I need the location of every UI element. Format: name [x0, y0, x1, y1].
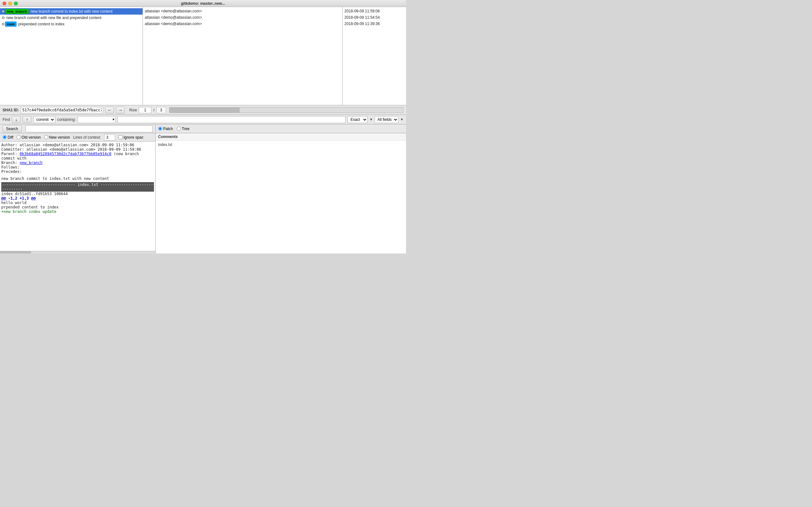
commit-row[interactable]: main prepended content to index — [0, 21, 143, 27]
patch-tree-bar: Patch Tree — [156, 124, 406, 133]
window-controls[interactable] — [3, 2, 18, 5]
all-fields-dropdown-wrap: ▼ — [400, 118, 403, 121]
tree-radio[interactable] — [177, 127, 181, 131]
new-version-radio-label[interactable]: New version — [44, 135, 70, 139]
row-label: Row — [129, 108, 137, 112]
commit-row[interactable]: new_branch new branch commit to index.tx… — [0, 8, 143, 15]
close-button[interactable] — [3, 2, 6, 5]
commit-message: prepended content to index — [18, 22, 141, 26]
top-panel: new_branch new branch commit to index.tx… — [0, 7, 406, 105]
containing-label: containing: — [57, 117, 75, 122]
ignore-space-checkbox[interactable] — [118, 135, 122, 139]
diff-index-line: index dc51ad1..fd91b53 100644 — [1, 191, 154, 196]
graph-line: main — [2, 21, 16, 26]
old-version-label: Old version — [21, 135, 41, 139]
graph-line: new_branch — [2, 9, 29, 14]
search-button[interactable]: Search — [3, 125, 21, 132]
sha-input[interactable] — [21, 107, 103, 113]
find-label: Find — [3, 117, 10, 122]
branch-label-main: main — [5, 21, 16, 26]
diff-author-line: Author: atlassian <demo@atlassian.com> 2… — [1, 143, 154, 147]
title-bar: gitkdemo: master..new... — [0, 0, 406, 7]
author-pane: atlassian <demo@atlassian.com> atlassian… — [143, 7, 342, 105]
comments-content: index.txt — [156, 140, 406, 253]
window-title: gitkdemo: master..new... — [181, 1, 225, 6]
file-item: index.txt — [158, 142, 403, 148]
commit-row[interactable]: new branch commit with new file and prep… — [0, 15, 143, 21]
find-search-input[interactable] — [117, 116, 346, 123]
diff-committer-line: Committer: atlassian <demo@atlassian.com… — [1, 147, 154, 152]
main-content: new_branch new branch commit to index.tx… — [0, 7, 406, 253]
comments-header: Comments — [156, 133, 406, 140]
branch-name-link[interactable]: new_branch — [20, 161, 43, 165]
commit-dot — [2, 10, 4, 13]
diff-scrollbar[interactable] — [0, 251, 155, 253]
find-type-select[interactable]: commit patch — [33, 116, 55, 123]
date-row: 2018-09-09 11:39:36 — [344, 21, 404, 27]
date-pane: 2018-09-09 11:59:06 2018-09-09 11:54:54 … — [342, 7, 406, 105]
row-total-input[interactable] — [157, 107, 166, 113]
minimize-button[interactable] — [8, 2, 12, 5]
diff-ctx-line-1: hello world — [1, 201, 154, 205]
date-row: 2018-09-09 11:59:06 — [344, 8, 404, 15]
all-fields-arrow-icon: ▼ — [400, 118, 403, 121]
row-current-input[interactable] — [139, 107, 151, 113]
branch-label-new-branch: new_branch — [5, 9, 29, 14]
commit-message: new branch commit with new file and prep… — [6, 15, 141, 20]
maximize-button[interactable] — [14, 2, 18, 5]
containing-dropdown-wrap: ▼ — [77, 116, 116, 123]
commit-list-pane[interactable]: new_branch new branch commit to index.tx… — [0, 7, 143, 105]
sha-bar: SHA1 ID: ← → Row / — [0, 105, 406, 115]
diff-commit-message: new branch commit to index.txt with new … — [1, 176, 154, 181]
tree-label: Tree — [182, 127, 190, 131]
author-row: atlassian <demo@atlassian.com> — [145, 15, 340, 21]
all-fields-select[interactable]: All fields Commit Author — [375, 116, 398, 123]
patch-radio-label[interactable]: Patch — [158, 127, 173, 131]
nav-next-button[interactable]: → — [116, 107, 125, 114]
containing-dropdown[interactable] — [77, 116, 116, 123]
author-row: atlassian <demo@atlassian.com> — [145, 21, 340, 27]
row-sep: / — [153, 108, 154, 112]
scrollbar[interactable] — [169, 107, 403, 113]
commit-dot — [2, 23, 4, 25]
exact-select[interactable]: Exact Fuzzy — [347, 116, 368, 123]
patch-label: Patch — [163, 127, 173, 131]
diff-content: Author: atlassian <demo@atlassian.com> 2… — [0, 142, 155, 251]
date-row: 2018-09-09 11:54:54 — [344, 15, 404, 21]
patch-radio[interactable] — [158, 127, 162, 131]
diff-label: Diff — [8, 135, 13, 139]
diff-pane: Search Diff Old version New version Line… — [0, 124, 156, 253]
diff-ctx-line-2: prpended content to index — [1, 205, 154, 209]
diff-search-input[interactable] — [25, 125, 153, 132]
diff-branch-line: Branch: new_branch — [1, 161, 154, 165]
find-down-button[interactable]: ↓ — [12, 116, 21, 123]
diff-precedes-line: Precedes: — [1, 169, 154, 174]
old-version-radio-label[interactable]: Old version — [16, 135, 41, 139]
diff-toolbar: Search — [0, 124, 155, 133]
diff-radio[interactable] — [3, 135, 7, 139]
graph-line — [2, 16, 4, 19]
tree-radio-label[interactable]: Tree — [177, 127, 190, 131]
ignore-space-label[interactable]: Ignore spac — [118, 135, 144, 139]
new-version-radio[interactable] — [44, 135, 48, 139]
diff-file-header: -------------------------------- index.t… — [1, 182, 154, 191]
diff-options: Diff Old version New version Lines of co… — [0, 133, 155, 142]
nav-prev-button[interactable]: ← — [105, 107, 114, 114]
ignore-space-text: Ignore spac — [123, 135, 144, 139]
new-version-label: New version — [49, 135, 70, 139]
old-version-radio[interactable] — [16, 135, 21, 139]
comments-pane: Patch Tree Comments index.txt — [156, 124, 406, 253]
find-up-button[interactable]: ↑ — [22, 116, 32, 123]
diff-parent-line: Parent: 0b3b68a04528945730d2c7dab73677bb… — [1, 152, 154, 161]
commit-dot — [2, 16, 4, 19]
exact-arrow-icon: ▼ — [370, 118, 373, 121]
lines-of-context-label: Lines of context: — [73, 135, 101, 139]
parent-hash-link[interactable]: 0b3b68a04528945730d2c7dab73677bb05e914c0 — [20, 152, 111, 156]
find-bar: Find ↓ ↑ commit patch containing: ▼ Exac… — [0, 115, 406, 124]
diff-follows-line: Follows: — [1, 165, 154, 169]
exact-dropdown-wrap: ▼ — [370, 118, 373, 121]
context-input[interactable] — [104, 134, 115, 140]
commit-message: new branch commit to index.txt with new … — [31, 9, 141, 14]
diff-radio-label[interactable]: Diff — [3, 135, 13, 139]
diff-add-line-1: +new branch index update — [1, 209, 154, 214]
